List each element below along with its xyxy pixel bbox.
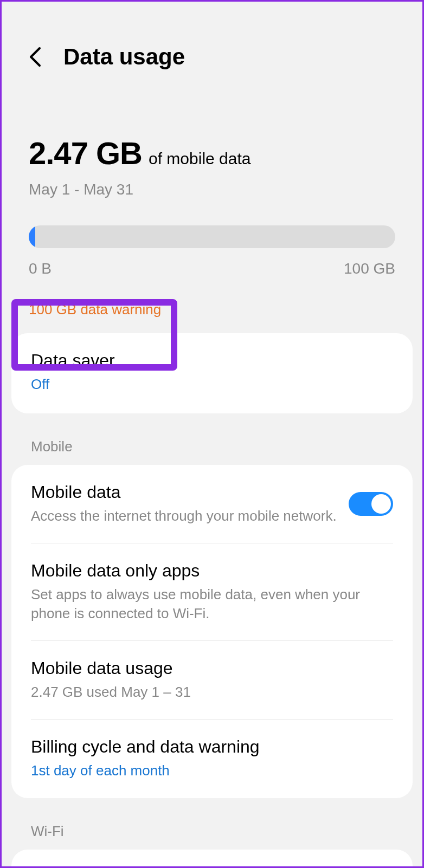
usage-amount-suffix: of mobile data — [149, 150, 250, 168]
data-warning-text: 100 GB data warning — [29, 301, 395, 318]
section-header-wifi: Wi-Fi — [2, 798, 422, 846]
wifi-data-usage-item[interactable]: Wi-Fi data usage — [11, 850, 413, 868]
data-saver-card: Data saver Off — [11, 333, 413, 413]
data-saver-item[interactable]: Data saver Off — [11, 333, 413, 413]
mobile-data-only-apps-item[interactable]: Mobile data only apps Set apps to always… — [11, 543, 413, 640]
progress-max-label: 100 GB — [344, 260, 395, 277]
billing-cycle-item[interactable]: Billing cycle and data warning 1st day o… — [11, 720, 413, 798]
progress-min-label: 0 B — [29, 260, 52, 277]
data-saver-title: Data saver — [31, 351, 393, 371]
header: Data usage — [2, 2, 422, 70]
usage-amount: 2.47 GB — [29, 135, 142, 171]
mobile-data-usage-title: Mobile data usage — [31, 658, 393, 678]
wifi-card-group: Wi-Fi data usage — [11, 850, 413, 868]
mobile-data-subtitle: Access the internet through your mobile … — [31, 507, 338, 526]
page-title: Data usage — [63, 44, 185, 70]
billing-cycle-subtitle: 1st day of each month — [31, 761, 393, 780]
usage-progress-fill — [29, 225, 35, 248]
back-icon[interactable] — [29, 46, 42, 68]
usage-progress-bar[interactable] — [29, 225, 395, 248]
mobile-data-usage-item[interactable]: Mobile data usage 2.47 GB used May 1 – 3… — [11, 641, 413, 719]
mobile-data-item[interactable]: Mobile data Access the internet through … — [11, 465, 413, 543]
usage-summary: 2.47 GB of mobile data May 1 - May 31 0 … — [2, 70, 422, 318]
data-saver-status: Off — [31, 375, 393, 394]
mobile-data-only-apps-title: Mobile data only apps — [31, 561, 393, 581]
progress-labels: 0 B 100 GB — [29, 260, 395, 277]
mobile-card-group: Mobile data Access the internet through … — [11, 465, 413, 798]
usage-amount-row: 2.47 GB of mobile data — [29, 135, 395, 171]
section-header-mobile: Mobile — [2, 413, 422, 462]
mobile-data-toggle[interactable] — [349, 492, 393, 516]
usage-period: May 1 - May 31 — [29, 181, 395, 198]
billing-cycle-title: Billing cycle and data warning — [31, 737, 393, 757]
mobile-data-only-apps-subtitle: Set apps to always use mobile data, even… — [31, 585, 393, 623]
mobile-data-usage-subtitle: 2.47 GB used May 1 – 31 — [31, 683, 393, 702]
mobile-data-title: Mobile data — [31, 482, 338, 502]
